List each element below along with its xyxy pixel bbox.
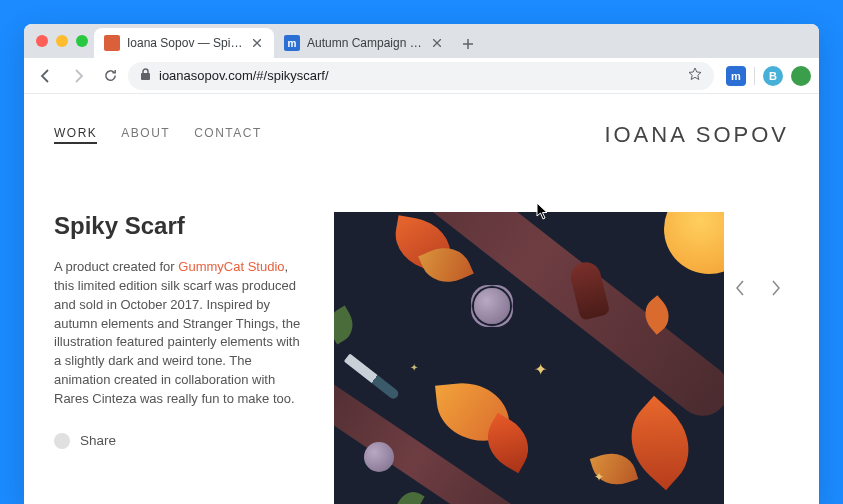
extension-icon[interactable] — [791, 66, 811, 86]
star-icon[interactable] — [688, 67, 702, 84]
illustration: ✦ ✦ ✦ — [334, 212, 724, 504]
page-content: WORK ABOUT CONTACT IOANA SOPOV Spiky Sca… — [24, 94, 819, 504]
project-image[interactable]: ✦ ✦ ✦ — [334, 212, 724, 504]
svg-rect-0 — [141, 73, 150, 80]
desc-pre: A product created for — [54, 259, 178, 274]
site-brand[interactable]: IOANA SOPOV — [604, 122, 789, 148]
project-title: Spiky Scarf — [54, 212, 304, 240]
gallery-prev-button[interactable] — [731, 276, 749, 304]
close-tab-icon[interactable] — [250, 36, 264, 50]
gallery-next-button[interactable] — [767, 276, 785, 304]
project-text-column: Spiky Scarf A product created for GummyC… — [54, 212, 304, 504]
close-tab-icon[interactable] — [430, 36, 444, 50]
browser-toolbar: ioanasopov.com/#/spikyscarf/ m B — [24, 58, 819, 94]
share-button[interactable]: Share — [54, 433, 304, 449]
extension-icons: m B — [718, 66, 811, 86]
lock-icon — [140, 68, 151, 84]
desc-post: , this limited edition silk scarf was pr… — [54, 259, 300, 406]
window-controls — [32, 24, 94, 58]
project-content: Spiky Scarf A product created for GummyC… — [54, 212, 789, 504]
divider — [754, 67, 755, 85]
tab-strip: Ioana Sopov — Spiky Scarf m Autumn Campa… — [24, 24, 819, 58]
minimize-window-button[interactable] — [56, 35, 68, 47]
project-description: A product created for GummyCat Studio, t… — [54, 258, 304, 409]
site-header: WORK ABOUT CONTACT IOANA SOPOV — [54, 122, 789, 148]
favicon-icon: m — [284, 35, 300, 51]
url-text: ioanasopov.com/#/spikyscarf/ — [159, 68, 329, 83]
forward-button[interactable] — [64, 62, 92, 90]
share-label: Share — [80, 433, 116, 448]
share-icon — [54, 433, 70, 449]
back-button[interactable] — [32, 62, 60, 90]
browser-window: Ioana Sopov — Spiky Scarf m Autumn Campa… — [24, 24, 819, 504]
tab-title: Ioana Sopov — Spiky Scarf — [127, 36, 243, 50]
favicon-icon — [104, 35, 120, 51]
site-nav: WORK ABOUT CONTACT — [54, 126, 262, 144]
reload-button[interactable] — [96, 62, 124, 90]
new-tab-button[interactable] — [454, 30, 482, 58]
milanote-extension-icon[interactable]: m — [726, 66, 746, 86]
maximize-window-button[interactable] — [76, 35, 88, 47]
nav-link-contact[interactable]: CONTACT — [194, 126, 262, 144]
address-bar[interactable]: ioanasopov.com/#/spikyscarf/ — [128, 62, 714, 90]
gallery-nav — [731, 276, 785, 304]
nav-link-work[interactable]: WORK — [54, 126, 97, 144]
close-window-button[interactable] — [36, 35, 48, 47]
profile-avatar-icon[interactable]: B — [763, 66, 783, 86]
browser-tab-active[interactable]: Ioana Sopov — Spiky Scarf — [94, 28, 274, 58]
browser-tab[interactable]: m Autumn Campaign - 🍁 Moodbo… — [274, 28, 454, 58]
nav-link-about[interactable]: ABOUT — [121, 126, 170, 144]
studio-link[interactable]: GummyCat Studio — [178, 259, 284, 274]
tab-title: Autumn Campaign - 🍁 Moodbo… — [307, 36, 423, 50]
